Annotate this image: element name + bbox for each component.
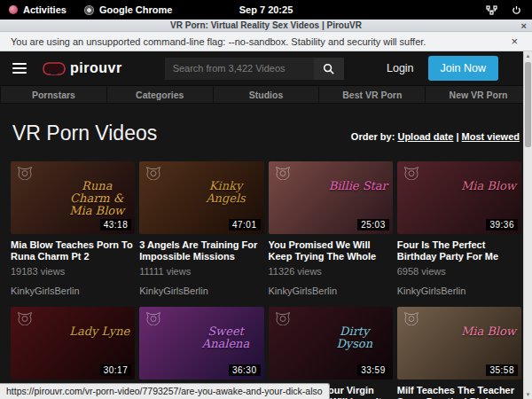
thumbnail-caption: Runa Charm & Mia Blow: [64, 180, 129, 216]
duration-badge: 43:18: [100, 219, 132, 231]
scroll-up-icon[interactable]: [524, 53, 532, 59]
duration-badge: 35:58: [486, 364, 518, 376]
page-title: VR Porn Videos: [12, 121, 157, 145]
studio-cat-mask-icon: [403, 311, 419, 325]
order-by-controls: Order by: Upload date | Most viewed: [351, 131, 520, 142]
nav-item-studios[interactable]: Studios: [214, 86, 320, 103]
thumbnail-caption: Lady Lyne: [69, 325, 129, 338]
status-bar-url: https://pirouvr.com/vr-porn-video/779325…: [0, 383, 330, 399]
app-menu-label: Google Chrome: [99, 4, 173, 15]
order-by-label: Order by:: [351, 131, 395, 142]
main-nav: Pornstars Categories Studios Best VR Por…: [0, 85, 532, 104]
nav-item-new-vr[interactable]: New VR Porn: [426, 86, 532, 103]
order-upload-date-link[interactable]: Upload date: [397, 131, 453, 142]
video-thumbnail[interactable]: Dirty Dyson 33:59: [269, 307, 393, 379]
video-title[interactable]: Milf Teaches The Teacher Some Practical …: [397, 385, 521, 399]
scrollbar[interactable]: [523, 51, 532, 399]
search-bar: [165, 58, 344, 80]
duration-badge: 25:03: [357, 219, 389, 231]
video-card[interactable]: Mia Blow 35:58 Milf Teaches The Teacher …: [397, 307, 521, 399]
nav-item-pornstars[interactable]: Pornstars: [0, 86, 107, 103]
video-title[interactable]: Four Is The Perfect Birthday Party For M…: [397, 239, 521, 262]
studio-cat-mask-icon: [17, 311, 33, 325]
clock[interactable]: Sep 7 20:25: [239, 4, 293, 15]
view-count: 11111 views: [139, 266, 263, 277]
view-count: 19183 views: [11, 266, 135, 277]
studio-cat-mask-icon: [17, 166, 33, 180]
scroll-down-icon[interactable]: [524, 392, 532, 397]
duration-badge: 39:36: [486, 219, 518, 231]
chrome-icon: [84, 5, 94, 15]
network-icon[interactable]: [486, 5, 497, 15]
app-menu-button[interactable]: Google Chrome: [84, 4, 173, 15]
video-card[interactable]: Kinky Angels 47:01 3 Angels Are Training…: [139, 161, 263, 296]
infobar-message: You are using an unsupported command-lin…: [11, 36, 426, 47]
thumbnail-caption: Dirty Dyson: [322, 325, 387, 349]
activities-label: Activities: [23, 4, 66, 15]
video-thumbnail[interactable]: Lady Lyne 30:17: [11, 307, 135, 379]
search-icon: [323, 63, 334, 74]
studio-cat-mask-icon: [275, 311, 291, 325]
video-grid: Runa Charm & Mia Blow 43:18 Mia Blow Tea…: [11, 161, 521, 399]
nav-item-best-vr[interactable]: Best VR Porn: [319, 86, 426, 103]
thumbnail-caption: Mia Blow: [461, 325, 516, 338]
view-count: 6958 views: [397, 266, 521, 277]
studio-link[interactable]: KinkyGirlsBerlin: [11, 286, 135, 296]
window-close-icon[interactable]: ×: [521, 20, 527, 32]
duration-badge: 36:30: [229, 364, 261, 376]
search-button[interactable]: [314, 58, 344, 80]
infobar-close-icon[interactable]: ×: [507, 35, 521, 48]
system-top-bar: Activities Google Chrome Sep 7 20:25: [0, 0, 532, 20]
search-input[interactable]: [165, 58, 314, 80]
studio-link[interactable]: KinkyGirlsBerlin: [269, 286, 393, 296]
scrollbar-thumb[interactable]: [525, 62, 531, 147]
video-thumbnail[interactable]: Sweet Analena 36:30: [139, 307, 263, 379]
distro-icon: [9, 5, 18, 14]
duration-badge: 30:17: [100, 364, 132, 376]
order-most-viewed-link[interactable]: Most viewed: [462, 131, 520, 142]
video-thumbnail[interactable]: Runa Charm & Mia Blow 43:18: [11, 161, 135, 234]
video-card[interactable]: Mia Blow 39:36 Four Is The Perfect Birth…: [397, 161, 521, 296]
menu-hamburger-icon[interactable]: [12, 60, 27, 76]
page-viewport: pirouvr Login Join Now Pornstars Categor…: [0, 51, 532, 399]
studio-link[interactable]: KinkyGirlsBerlin: [397, 286, 521, 296]
view-count: 11326 views: [269, 266, 393, 277]
vr-goggles-icon: [43, 62, 66, 75]
logo-text: pirouvr: [70, 60, 122, 76]
video-thumbnail[interactable]: Mia Blow 39:36: [397, 161, 521, 234]
studio-link[interactable]: KinkyGirlsBerlin: [139, 286, 263, 296]
studio-cat-mask-icon: [145, 166, 161, 180]
video-card[interactable]: Runa Charm & Mia Blow 43:18 Mia Blow Tea…: [11, 161, 135, 296]
studio-cat-mask-icon: [275, 166, 291, 180]
site-header: pirouvr Login Join Now: [0, 51, 532, 85]
window-titlebar: VR Porn: Virtual Reality Sex Videos | Pi…: [0, 20, 532, 32]
video-card[interactable]: Billie Star 25:03 You Promised We Will K…: [269, 161, 393, 296]
thumbnail-caption: Sweet Analena: [193, 325, 259, 349]
video-title[interactable]: 3 Angels Are Training For Impossible Mis…: [139, 239, 263, 262]
activities-button[interactable]: Activities: [9, 4, 66, 15]
video-thumbnail[interactable]: Kinky Angels 47:01: [139, 161, 263, 234]
login-link[interactable]: Login: [387, 62, 414, 74]
thumbnail-caption: Kinky Angels: [193, 180, 259, 204]
thumbnail-caption: Billie Star: [329, 180, 387, 192]
window-title: VR Porn: Virtual Reality Sex Videos | Pi…: [170, 20, 362, 30]
studio-cat-mask-icon: [145, 311, 161, 325]
video-title[interactable]: You Promised We Will Keep Trying The Who…: [269, 239, 393, 262]
nav-item-categories[interactable]: Categories: [107, 86, 214, 103]
video-thumbnail[interactable]: Mia Blow 35:58: [397, 307, 521, 379]
site-logo[interactable]: pirouvr: [43, 60, 122, 76]
order-separator: |: [456, 131, 458, 142]
studio-cat-mask-icon: [403, 166, 419, 180]
join-now-button[interactable]: Join Now: [428, 56, 498, 81]
content-area: VR Porn Videos Order by: Upload date | M…: [0, 104, 532, 399]
chrome-infobar: You are using an unsupported command-lin…: [0, 32, 532, 51]
duration-badge: 33:59: [357, 364, 389, 376]
power-icon[interactable]: [512, 5, 521, 15]
video-thumbnail[interactable]: Billie Star 25:03: [269, 161, 393, 234]
thumbnail-caption: Mia Blow: [461, 180, 516, 192]
duration-badge: 47:01: [229, 219, 261, 231]
video-title[interactable]: Mia Blow Teaches Porn To Runa Charm Pt 2: [11, 239, 135, 262]
